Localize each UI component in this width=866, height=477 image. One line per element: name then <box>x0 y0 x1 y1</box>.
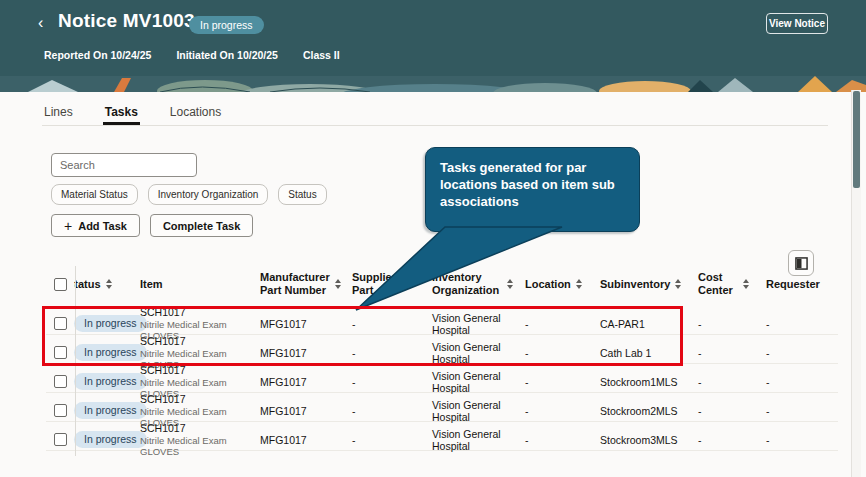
item-code: SCH1017 <box>140 364 256 377</box>
cell-subinventory: Cath Lab 1 <box>600 347 698 359</box>
notice-page: ‹ Notice MV1003 In progress View Notice … <box>0 0 866 477</box>
row-checkbox[interactable] <box>54 375 67 388</box>
cell-subinventory: CA-PAR1 <box>600 318 698 330</box>
cell-mfg: MFG1017 <box>260 347 352 359</box>
task-actions: + Add Task Complete Task <box>51 214 253 237</box>
sort-icon[interactable] <box>335 279 341 289</box>
initiated-on: Initiated On 10/20/25 <box>176 49 278 61</box>
cell-mfg: MFG1017 <box>260 434 352 446</box>
table-row[interactable]: In progress SCH1017Nitrile Medical Exam … <box>46 335 838 364</box>
col-cost-center: Cost Center <box>698 271 738 296</box>
cell-subinventory: Stockroom2MLS <box>600 405 698 417</box>
item-description: Nitrile Medical Exam GLOVES <box>140 435 256 458</box>
cell-requester: - <box>766 318 838 330</box>
cell-org: Vision General Hospital <box>432 428 525 452</box>
search-input[interactable] <box>60 159 202 171</box>
row-status-badge: In progress <box>74 344 147 362</box>
item-code: SCH1017 <box>140 306 256 319</box>
col-subinventory: Subinventory <box>600 278 670 291</box>
row-status-badge: In progress <box>74 315 147 333</box>
row-status-badge: In progress <box>74 373 147 391</box>
cell-org: Vision General Hospital <box>432 370 525 394</box>
chip-material-status[interactable]: Material Status <box>51 184 138 205</box>
chip-inventory-organization[interactable]: Inventory Organization <box>148 184 269 205</box>
col-manufacturer-part-number: Manufacturer Part Number <box>260 271 330 296</box>
plus-icon: + <box>64 218 72 234</box>
cell-supplier: - <box>352 376 432 388</box>
classification: Class II <box>303 49 340 61</box>
table-row[interactable]: In progress SCH1017Nitrile Medical Exam … <box>46 393 838 422</box>
cell-mfg: MFG1017 <box>260 405 352 417</box>
cell-location: - <box>525 318 600 330</box>
sort-icon[interactable] <box>743 279 749 289</box>
page-header: ‹ Notice MV1003 In progress View Notice … <box>0 0 866 76</box>
cell-requester: - <box>766 434 838 446</box>
cell-supplier: - <box>352 347 432 359</box>
complete-task-label: Complete Task <box>163 220 240 232</box>
add-task-label: Add Task <box>78 220 127 232</box>
tab-tasks[interactable]: Tasks <box>103 101 140 125</box>
annotation-callout-tail <box>350 225 570 313</box>
cell-mfg: MFG1017 <box>260 376 352 388</box>
frozen-column-divider <box>75 266 76 456</box>
tab-bar: Lines Tasks Locations <box>42 101 828 126</box>
cell-requester: - <box>766 405 838 417</box>
view-notice-button[interactable]: View Notice <box>766 13 828 34</box>
notice-meta: Reported On 10/24/25 Initiated On 10/20/… <box>44 49 340 61</box>
add-task-button[interactable]: + Add Task <box>51 214 140 237</box>
cell-location: - <box>525 405 600 417</box>
back-icon[interactable]: ‹ <box>38 14 43 32</box>
col-requester: Requester <box>766 278 820 291</box>
cell-cost: - <box>698 405 766 417</box>
cell-cost: - <box>698 347 766 359</box>
cell-cost: - <box>698 318 766 330</box>
row-checkbox[interactable] <box>54 404 67 417</box>
cell-supplier: - <box>352 318 432 330</box>
cell-supplier: - <box>352 405 432 417</box>
row-checkbox[interactable] <box>54 433 67 446</box>
vertical-scrollbar-thumb[interactable] <box>853 91 860 188</box>
annotation-callout: Tasks generated for par locations based … <box>425 147 640 232</box>
cell-org: Vision General Hospital <box>432 341 525 365</box>
tab-locations[interactable]: Locations <box>168 101 223 125</box>
row-status-badge: In progress <box>74 431 147 449</box>
select-all-checkbox[interactable] <box>54 278 67 291</box>
item-code: SCH1017 <box>140 422 256 435</box>
col-item: Item <box>140 278 163 291</box>
item-code: SCH1017 <box>140 335 256 348</box>
search-box <box>51 153 197 177</box>
cell-requester: - <box>766 376 838 388</box>
cell-cost: - <box>698 434 766 446</box>
table-row[interactable]: In progress SCH1017Nitrile Medical Exam … <box>46 364 838 393</box>
cell-cost: - <box>698 376 766 388</box>
cell-org: Vision General Hospital <box>432 399 525 423</box>
sort-icon[interactable] <box>675 279 681 289</box>
complete-task-button[interactable]: Complete Task <box>150 214 253 237</box>
chip-status[interactable]: Status <box>278 184 326 205</box>
item-code: SCH1017 <box>140 393 256 406</box>
cell-org: Vision General Hospital <box>432 312 525 336</box>
filter-chips: Material Status Inventory Organization S… <box>51 184 327 205</box>
table-row[interactable]: In progress SCH1017Nitrile Medical Exam … <box>46 422 838 451</box>
tab-lines[interactable]: Lines <box>42 101 75 125</box>
cell-requester: - <box>766 347 838 359</box>
cell-subinventory: Stockroom1MLS <box>600 376 698 388</box>
cell-supplier: - <box>352 434 432 446</box>
row-status-badge: In progress <box>74 402 147 420</box>
col-status: Status <box>74 278 101 291</box>
reported-on: Reported On 10/24/25 <box>44 49 151 61</box>
status-badge: In progress <box>189 16 264 34</box>
cell-location: - <box>525 434 600 446</box>
annotation-text: Tasks generated for par locations based … <box>440 160 615 209</box>
cell-location: - <box>525 347 600 359</box>
sort-icon[interactable] <box>106 279 112 289</box>
decorative-banner <box>0 76 866 92</box>
cell-subinventory: Stockroom3MLS <box>600 434 698 446</box>
cell-mfg: MFG1017 <box>260 318 352 330</box>
row-checkbox[interactable] <box>54 317 67 330</box>
row-checkbox[interactable] <box>54 346 67 359</box>
cell-location: - <box>525 376 600 388</box>
sort-icon[interactable] <box>576 279 582 289</box>
page-title: Notice MV1003 <box>58 10 195 32</box>
